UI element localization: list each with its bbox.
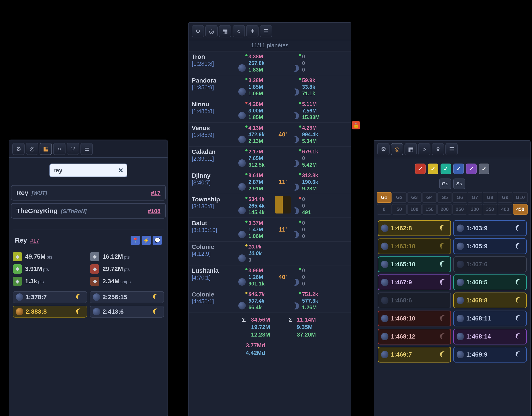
target-chip[interactable]: 1:467:9 (378, 275, 451, 290)
gear-icon[interactable] (12, 143, 25, 155)
system-cell[interactable]: 300 (468, 204, 482, 215)
target-chip[interactable]: 1:468:12 (378, 329, 451, 345)
target-chip[interactable]: 1:468:11 (453, 311, 527, 327)
target-icon[interactable] (391, 143, 403, 155)
system-cell[interactable]: 0 (377, 204, 391, 215)
planet-coord[interactable]: [1:356:9] (192, 84, 237, 91)
ss-button[interactable]: Ss (453, 178, 465, 189)
planet-coord[interactable]: [1:485:8] (192, 108, 237, 115)
target-chip[interactable]: 1:468:10 (378, 311, 451, 327)
target-chip[interactable]: 1:465:10 (378, 257, 451, 272)
filter-check[interactable]: ✓ (479, 164, 489, 174)
layers-icon[interactable] (445, 143, 458, 155)
target-chip[interactable]: 1:468:14 (453, 329, 527, 345)
target-chip[interactable]: 1:463:9 (453, 220, 527, 236)
layers-icon[interactable] (80, 143, 93, 155)
system-cell[interactable]: 150 (422, 204, 437, 215)
coord-chip[interactable]: 1:378:7 (13, 291, 87, 303)
gs-button[interactable]: Gs (439, 178, 451, 189)
coord-chip[interactable]: 2:256:15 (90, 291, 164, 303)
filter-check[interactable]: ✓ (428, 164, 438, 174)
chat-icon[interactable]: 💬 (152, 236, 162, 245)
target-chip[interactable]: 1:468:6 (378, 293, 451, 308)
target-icon[interactable] (26, 143, 38, 155)
system-cell[interactable]: 100 (407, 204, 422, 215)
planet-coord[interactable]: [3:130:8] (192, 203, 237, 210)
filter-check[interactable]: ✓ (466, 164, 477, 174)
planet-row[interactable]: Balut[3:130:10]3.37M1.47M1.06M11'000 (189, 218, 351, 241)
planet-coord[interactable]: [4:12:9] (192, 250, 237, 257)
system-cell[interactable]: 350 (483, 204, 497, 215)
filter-check[interactable]: ✓ (453, 164, 464, 174)
system-cell[interactable]: 400 (498, 204, 513, 215)
wing-icon[interactable] (432, 143, 444, 155)
planet-row[interactable]: Lusitania[4:70:1]3.96M1.26M901.1k40'000 (189, 265, 351, 289)
wing-icon[interactable] (246, 25, 258, 37)
planet-row[interactable]: Township[3:130:8]534.4k265.4k145.4k00491 (189, 194, 351, 218)
system-cell[interactable]: 450 (513, 204, 528, 215)
ring-icon[interactable] (53, 143, 66, 155)
galaxy-cell[interactable]: G4 (422, 192, 437, 203)
search-result[interactable]: Rey [WUT]#17 (11, 185, 166, 200)
result-rank[interactable]: #108 (148, 208, 161, 215)
planet-coord[interactable]: [4:450:1] (192, 298, 237, 305)
target-chip[interactable]: 1:462:8 (378, 220, 451, 236)
planet-row[interactable]: Pandora[1:356:9]3.28M1.85M1.06M59.9k33.8… (189, 75, 351, 99)
galaxy-cell[interactable]: G10 (513, 192, 528, 203)
gear-icon[interactable] (192, 25, 204, 37)
planet-row[interactable]: Ninou[1:485:8]4.28M3.00M1.85M5.11M7.56M1… (189, 99, 351, 122)
ring-icon[interactable] (418, 143, 430, 155)
planet-coord[interactable]: [1:281:8] (192, 60, 237, 67)
filter-check[interactable]: ✓ (415, 164, 426, 174)
activity-timer (275, 53, 291, 73)
result-rank[interactable]: #17 (151, 190, 161, 197)
wing-icon[interactable] (67, 143, 79, 155)
system-cell[interactable]: 50 (392, 204, 407, 215)
galaxy-cell[interactable]: G8 (483, 192, 497, 203)
filter-check[interactable]: ✓ (441, 164, 451, 174)
planet-coord[interactable]: [3:40:7] (192, 179, 237, 186)
target-chip[interactable]: 1:468:8 (453, 293, 527, 308)
planet-row[interactable]: Colonie[4:12:9]10.0k10.0k0 (189, 241, 351, 265)
galaxy-cell[interactable]: G1 (377, 192, 391, 203)
system-cell[interactable]: 200 (437, 204, 452, 215)
planet-row[interactable]: Colonie[4:450:1]846.7k607.4k66.4k751.2k5… (189, 289, 351, 313)
target-chip[interactable]: 1:463:10 (378, 238, 451, 254)
coord-chip[interactable]: 2:383:8 (13, 306, 87, 318)
planet-row[interactable]: Tron[1:281:8]3.38M257.8k1.83M000 (189, 51, 351, 75)
pin-icon[interactable]: 📍 (131, 236, 140, 245)
search-result[interactable]: TheGreyKing [SiThRoN]#108 (11, 203, 166, 218)
gear-icon[interactable] (377, 143, 390, 155)
layers-icon[interactable] (260, 25, 272, 37)
checker-icon[interactable]: ▦ (405, 143, 417, 155)
galaxy-cell[interactable]: G3 (407, 192, 422, 203)
planet-row[interactable]: Djinny[3:40:7]8.61M2.87M2.91M11'312.8k19… (189, 170, 351, 194)
target-chip[interactable]: 1:465:9 (453, 238, 527, 254)
galaxy-cell[interactable]: G6 (452, 192, 467, 203)
planet-coord[interactable]: [3:130:10] (192, 227, 237, 234)
system-cell[interactable]: 250 (452, 204, 467, 215)
target-chip[interactable]: 1:468:5 (453, 275, 527, 290)
galaxy-cell[interactable]: G9 (498, 192, 513, 203)
target-chip[interactable]: 1:467:6 (453, 257, 527, 272)
galaxy-cell[interactable]: G2 (392, 192, 407, 203)
target-chip[interactable]: 1:469:7 (378, 347, 451, 363)
planet-coord[interactable]: [1:485:9] (192, 132, 237, 139)
planet-coord[interactable]: [4:70:1] (192, 274, 237, 281)
target-icon[interactable] (205, 25, 218, 37)
checker-icon[interactable]: ▦ (39, 143, 52, 155)
ring-icon[interactable] (233, 25, 245, 37)
coord-chip[interactable]: 2:413:6 (90, 306, 164, 318)
galaxy-cell[interactable]: G7 (468, 192, 482, 203)
checker-icon[interactable]: ▦ (219, 25, 231, 37)
galaxy-cell[interactable]: G5 (437, 192, 452, 203)
planet-row[interactable]: Caladan[2:390:1]2.17M7.65M312.5k679.1k05… (189, 146, 351, 170)
target-chip[interactable]: 1:469:9 (453, 347, 527, 363)
search-input[interactable]: rey ✕ (49, 164, 127, 177)
lock-icon[interactable]: 🔒 (352, 121, 360, 129)
clear-icon[interactable]: ✕ (118, 167, 124, 174)
planet-row[interactable]: Venus[1:485:9]4.13M472.9k2.13M40'4.23M99… (189, 122, 351, 146)
profile-rank[interactable]: #17 (30, 238, 39, 244)
planet-coord[interactable]: [2:390:1] (192, 155, 237, 162)
bolt-icon[interactable]: ⚡ (142, 236, 151, 245)
